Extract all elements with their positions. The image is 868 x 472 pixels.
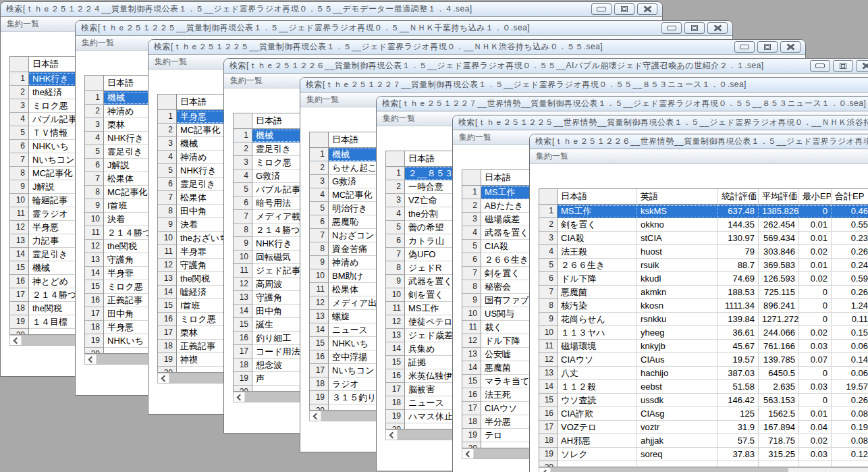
table-cell[interactable]: 0.23 xyxy=(832,232,868,245)
row-number-cell[interactable]: 15 xyxy=(386,356,405,369)
row-number-cell[interactable]: 11 xyxy=(158,245,177,259)
table-cell[interactable]: ソレク xyxy=(558,448,637,461)
row-number-cell[interactable]: 20 xyxy=(539,461,558,467)
table-cell[interactable]: 0 xyxy=(799,286,832,299)
row-number-cell[interactable]: 6 xyxy=(310,215,329,229)
table-cell[interactable]: 1385.826 xyxy=(759,205,799,218)
row-number-cell[interactable]: 11 xyxy=(462,321,481,334)
row-number-cell[interactable]: 3 xyxy=(158,137,177,151)
table-cell[interactable] xyxy=(558,461,637,467)
table-cell[interactable]: 0.08 xyxy=(832,434,868,448)
table-cell[interactable]: CIAus xyxy=(637,353,718,367)
table-cell[interactable]: 0.08 xyxy=(832,407,868,421)
table-cell[interactable]: 核汚染 xyxy=(558,299,637,313)
row-number-cell[interactable]: 17 xyxy=(85,307,104,321)
table-cell[interactable]: 0.03 xyxy=(799,380,832,394)
row-number-cell[interactable]: 4 xyxy=(310,188,329,202)
table-row[interactable]: 2剣を置くokkno144.35262.4540.010.55 xyxy=(539,218,868,232)
row-number-cell[interactable]: 16 xyxy=(539,407,558,421)
row-number-cell[interactable]: 5 xyxy=(386,221,405,234)
table-row[interactable]: 1MS工作kskMS637.481385.82600.46 xyxy=(539,205,868,218)
table-cell[interactable]: 0.02 xyxy=(799,434,832,448)
table-cell[interactable]: 0.14 xyxy=(832,353,868,367)
row-number-cell[interactable]: 7 xyxy=(85,172,104,186)
table-cell[interactable]: 0.19 xyxy=(832,421,868,434)
row-number-cell[interactable]: 10 xyxy=(462,307,481,321)
row-number-cell[interactable]: 14 xyxy=(386,342,405,356)
row-number-cell[interactable]: 5 xyxy=(462,240,481,253)
titlebar[interactable]: 検索[ｔｈｅ２５１２２７__質量制御再現公表１．５__ジェド霊界ラジオ再現０．５… xyxy=(300,78,868,93)
row-number-cell[interactable]: 6 xyxy=(234,196,252,210)
table-cell[interactable]: stCIA xyxy=(637,232,718,245)
table-cell[interactable]: CIA詐欺 xyxy=(558,407,637,421)
close-button[interactable] xyxy=(856,60,868,72)
row-number-cell[interactable]: 8 xyxy=(386,261,405,275)
row-number-cell[interactable]: 20 xyxy=(234,386,252,392)
row-number-cell[interactable]: 15 xyxy=(85,280,104,294)
row-number-cell[interactable]: 2 xyxy=(85,105,104,118)
row-number-header-cell[interactable] xyxy=(462,170,481,186)
row-number-header-cell[interactable] xyxy=(158,95,177,110)
table-cell[interactable]: 0.03 xyxy=(799,448,832,461)
scroll-left-button[interactable] xyxy=(462,449,474,458)
table-cell[interactable]: 126.593 xyxy=(759,272,799,286)
row-number-cell[interactable]: 8 xyxy=(234,224,252,237)
table-cell[interactable]: 303.846 xyxy=(759,245,799,259)
table-cell[interactable]: ussdk xyxy=(637,394,718,407)
table-cell[interactable]: 315.25 xyxy=(759,448,799,461)
row-number-cell[interactable]: 3 xyxy=(310,175,329,188)
row-number-cell[interactable]: 14 xyxy=(234,305,252,318)
row-number-cell[interactable]: 9 xyxy=(158,218,177,232)
table-cell[interactable]: 896.241 xyxy=(759,299,799,313)
row-number-cell[interactable]: 18 xyxy=(539,434,558,448)
row-number-cell[interactable]: 8 xyxy=(158,205,177,218)
table-cell[interactable]: １１２殺 xyxy=(558,380,637,394)
horizontal-scrollbar[interactable] xyxy=(539,467,868,472)
table-cell[interactable]: 剣を置く xyxy=(558,218,637,232)
table-row[interactable]: 3CIA殺stCIA130.97569.4340.010.23 xyxy=(539,232,868,245)
table-cell[interactable]: 八丈 xyxy=(558,367,637,380)
row-number-cell[interactable]: 12 xyxy=(386,315,405,329)
table-row[interactable]: 17VOZテロvoztr31.9167.8940.040.19 xyxy=(539,421,868,434)
row-number-cell[interactable]: 14 xyxy=(10,248,29,261)
table-cell[interactable]: 1111.34 xyxy=(718,299,759,313)
row-number-cell[interactable]: 13 xyxy=(234,291,252,305)
row-number-cell[interactable]: 18 xyxy=(10,302,29,315)
table-row[interactable]: 14１１２殺eebst51.582.6350.0319.57 xyxy=(539,380,868,394)
table-cell[interactable]: rsuik xyxy=(637,259,718,272)
row-number-cell[interactable]: 17 xyxy=(386,383,405,396)
row-number-cell[interactable]: 1 xyxy=(85,91,104,105)
row-number-cell[interactable]: 20 xyxy=(85,348,104,354)
row-number-cell[interactable]: 1 xyxy=(158,110,177,124)
table-cell[interactable]: 0.03 xyxy=(799,340,832,353)
titlebar[interactable]: 検索[ｔｈｅ２５１２２７__世界情勢__質量制御再現公表１．５__ジェド霊界ラジ… xyxy=(377,97,868,111)
table-cell[interactable]: 725.115 xyxy=(759,286,799,299)
row-number-cell[interactable]: 4 xyxy=(462,226,481,240)
scroll-left-button[interactable] xyxy=(310,411,321,421)
table-header-cell[interactable]: 日本語 xyxy=(558,189,637,205)
table-cell[interactable]: 0.01 xyxy=(799,407,832,421)
table-cell[interactable]: eebst xyxy=(637,380,718,394)
row-number-cell[interactable]: 7 xyxy=(310,229,329,242)
row-number-cell[interactable]: 9 xyxy=(10,180,29,194)
table-row[interactable]: 13八丈hachijo387.036450.500.06 xyxy=(539,367,868,380)
row-number-cell[interactable]: 12 xyxy=(462,334,481,348)
table-cell[interactable]: 法王殺 xyxy=(558,245,637,259)
table-cell[interactable]: 磁場環境 xyxy=(558,340,637,353)
minimize-button[interactable] xyxy=(734,41,755,53)
row-number-cell[interactable]: 19 xyxy=(85,334,104,348)
row-number-cell[interactable]: 17 xyxy=(10,288,29,302)
row-number-cell[interactable]: 4 xyxy=(158,151,177,164)
row-number-cell[interactable]: 1 xyxy=(386,167,405,180)
row-number-cell[interactable]: 14 xyxy=(310,323,329,337)
row-number-cell[interactable]: 3 xyxy=(539,232,558,245)
row-number-header-cell[interactable] xyxy=(85,76,104,91)
row-number-cell[interactable]: 4 xyxy=(539,245,558,259)
row-number-cell[interactable]: 16 xyxy=(310,350,329,364)
close-button[interactable] xyxy=(707,22,728,34)
table-cell[interactable]: 0.01 xyxy=(799,259,832,272)
row-number-cell[interactable]: 6 xyxy=(462,253,481,267)
table-cell[interactable]: 0.07 xyxy=(799,353,832,367)
table-cell[interactable]: 0 xyxy=(799,313,832,326)
row-number-cell[interactable]: 1 xyxy=(462,186,481,199)
